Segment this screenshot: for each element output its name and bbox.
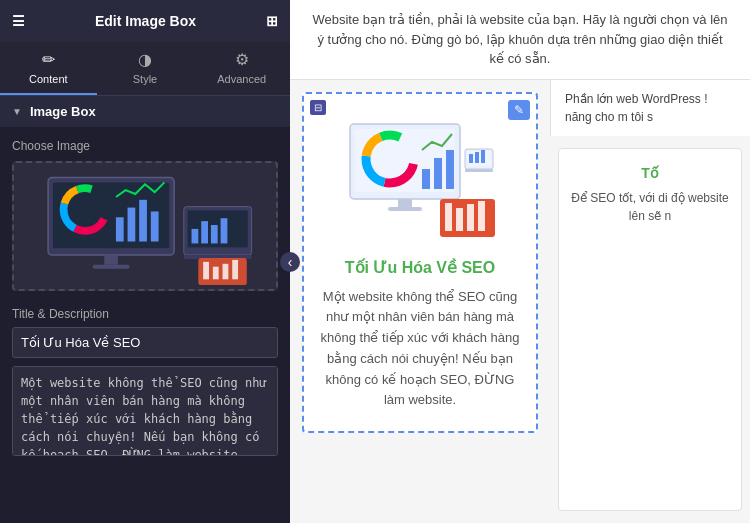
top-strip-text: Website bạn trả tiền, phải là website củ… (312, 12, 727, 66)
tab-style[interactable]: ◑ Style (97, 42, 194, 95)
svg-rect-38 (469, 154, 473, 163)
image-box-section-header[interactable]: ▼ Image Box (0, 96, 290, 127)
panel-title: Edit Image Box (25, 13, 266, 29)
svg-rect-44 (456, 208, 463, 231)
card-image (340, 114, 500, 244)
svg-rect-43 (445, 203, 452, 231)
panel-header: ☰ Edit Image Box ⊞ (0, 0, 290, 42)
svg-rect-8 (128, 208, 136, 242)
tab-advanced[interactable]: ⚙ Advanced (193, 42, 290, 95)
section-body: Choose Image (0, 127, 290, 471)
partial-bottom-desc: Để SEO tốt, với di độ website lên sẽ n (571, 189, 729, 225)
selected-card[interactable]: ⊟ ✎ (302, 92, 538, 434)
tab-content[interactable]: ✏ Content (0, 42, 97, 95)
svg-rect-32 (434, 158, 442, 189)
section-label: Image Box (30, 104, 96, 119)
svg-rect-10 (151, 211, 159, 241)
svg-rect-35 (388, 207, 422, 211)
svg-rect-41 (465, 169, 493, 172)
edit-pencil-icon[interactable]: ✎ (508, 100, 530, 120)
top-strip: Website bạn trả tiền, phải là website củ… (290, 0, 750, 80)
desc-textarea[interactable]: Một website không thể SEO cũng như một n… (12, 366, 278, 456)
card-title: Tối Ưu Hóa Về SEO (345, 258, 495, 277)
panel-resize-handle[interactable]: ‹ (280, 252, 300, 272)
svg-rect-45 (467, 204, 474, 231)
tab-bar: ✏ Content ◑ Style ⚙ Advanced (0, 42, 290, 96)
partial-bottom-card: Tố Để SEO tốt, với di độ website lên sẽ … (558, 148, 742, 512)
partial-top-text: Phần lớn web WordPress ! năng cho m tôi … (565, 92, 708, 124)
svg-rect-15 (192, 229, 199, 244)
svg-rect-34 (398, 199, 412, 207)
svg-rect-21 (203, 262, 209, 279)
style-tab-label: Style (133, 73, 157, 85)
svg-rect-39 (475, 152, 479, 163)
section-arrow-icon: ▼ (12, 106, 22, 117)
svg-rect-11 (104, 255, 118, 265)
svg-rect-33 (446, 150, 454, 189)
partial-bottom-title: Tố (571, 165, 729, 181)
svg-rect-24 (232, 260, 238, 279)
svg-rect-12 (93, 265, 130, 269)
hamburger-icon[interactable]: ☰ (12, 13, 25, 29)
advanced-tab-label: Advanced (217, 73, 266, 85)
image-preview[interactable] (12, 161, 278, 291)
svg-rect-16 (201, 221, 208, 243)
panel-content: ▼ Image Box Choose Image (0, 96, 290, 523)
svg-rect-23 (223, 264, 229, 280)
svg-rect-17 (211, 225, 218, 243)
block-icon: ⊟ (310, 100, 326, 115)
svg-rect-40 (481, 150, 485, 163)
partial-top-card: Phần lớn web WordPress ! năng cho m tôi … (550, 80, 750, 136)
svg-rect-46 (478, 201, 485, 231)
svg-rect-7 (116, 217, 124, 241)
content-tab-icon: ✏ (42, 50, 55, 69)
title-input[interactable] (12, 327, 278, 358)
svg-rect-9 (139, 200, 147, 242)
content-grid: ⊟ ✎ (290, 80, 750, 524)
svg-rect-18 (221, 218, 228, 243)
svg-rect-31 (422, 169, 430, 189)
content-tab-label: Content (29, 73, 68, 85)
svg-rect-22 (213, 267, 219, 280)
choose-image-label: Choose Image (12, 139, 278, 153)
right-area: Website bạn trả tiền, phải là website củ… (290, 0, 750, 523)
advanced-tab-icon: ⚙ (235, 50, 249, 69)
left-panel: ☰ Edit Image Box ⊞ ✏ Content ◑ Style ⚙ A… (0, 0, 290, 523)
card-selected-wrapper: ⊟ ✎ (290, 80, 550, 524)
style-tab-icon: ◑ (138, 50, 152, 69)
card-description: Một website không thể SEO cũng như một n… (320, 287, 520, 412)
title-desc-label: Title & Description (12, 307, 278, 321)
right-partial-column: Phần lớn web WordPress ! năng cho m tôi … (550, 80, 750, 524)
grid-icon[interactable]: ⊞ (266, 13, 278, 29)
